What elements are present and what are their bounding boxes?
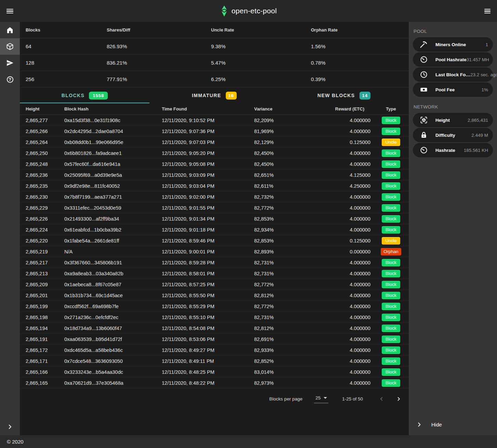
cell-reward: 4.000000 [315,315,373,320]
cell-height: 2,865,224 [20,227,64,233]
tab-new-blocks[interactable]: NEW BLOCKS 14 [279,88,409,103]
prev-page-button[interactable] [377,395,385,403]
cell-reward: 4.000000 [315,282,373,287]
stat-miners-online: Miners Online 1 [413,37,493,52]
type-chip: Block [382,182,400,190]
cell-variance: 82,611% [254,183,315,189]
tab-count-badge: 14 [359,92,370,100]
stat-value: 185.561 KH [464,148,488,153]
type-chip: Uncle [382,139,400,146]
cell-block-hash: 0xb08dd0b1...99e066d95e [64,140,162,145]
cell-time-found: 12/11/2020, 8:58:01 PM [162,271,254,276]
cell-block-hash: 0x1fabe54a...2661de81ff [64,238,162,243]
type-chip: Block [382,204,400,212]
cell-height: 2,865,199 [20,304,64,309]
cell-reward: 4.125000 [315,172,373,178]
cell-height: 2,865,172 [20,347,64,353]
cell-block-hash: 0x7cdce548...3636093050 [64,358,162,364]
cell-type: Block [373,226,409,234]
pool-section-title: POOL [409,22,497,37]
cell-variance: 82,450% [254,150,315,156]
stat-last-block-found: Last Block Fo… 23.2 sec. ago [413,67,493,82]
cell-variance: 82,934% [254,227,315,233]
cell-variance: 82,852% [254,358,315,364]
cell-type: Block [373,117,409,124]
cell-type: Block [373,346,409,354]
cell-time-found: 12/11/2020, 9:05:08 PM [162,161,254,167]
hide-sidebar-button[interactable]: Hide [409,416,497,433]
cell-block-hash: 0x18d734a9...13b6060f47 [64,326,162,331]
gauge-icon [420,146,428,154]
type-chip: Orphan [381,248,401,255]
cell-reward: 4.000000 [315,369,373,375]
cell-time-found: 12/11/2020, 8:54:08 PM [162,326,254,331]
luck-orphan: 0.78% [305,60,409,66]
stat-value: 1% [481,87,488,92]
cell-height: 2,865,198 [20,315,64,320]
cell-block-hash: 0xaa063539...b95d41d72f [64,337,162,342]
gauge-icon [420,55,428,64]
type-chip: Block [382,193,400,201]
cell-reward: 4.000000 [315,118,373,123]
cell-height: 2,865,264 [20,140,64,145]
nav-help[interactable]: ? [0,71,20,88]
cell-height: 2,865,266 [20,129,64,134]
tab-immature[interactable]: IMMATURE 16 [149,88,279,103]
cell-time-found: 12/11/2020, 8:55:10 PM [162,315,254,320]
cell-height: 2,865,219 [20,249,64,254]
menu-icon[interactable] [6,9,13,13]
cell-reward: 4.000000 [315,304,373,309]
col-type: Type [373,106,409,111]
cell-block-hash: 0xa70621d9...37e305468a [64,380,162,386]
right-menu-icon[interactable] [484,9,491,13]
cell-block-hash: 0x271a236c...0efcfdf2ec [64,315,162,320]
cell-type: Block [373,325,409,332]
nav-home[interactable] [0,22,20,38]
nav-blocks[interactable] [0,38,20,55]
cell-variance: 82,933% [254,347,315,353]
clock-icon [420,70,428,79]
stat-label: Height [435,118,450,123]
cell-height: 2,865,165 [20,380,64,386]
cell-reward: 0.000000 [315,249,373,254]
type-chip: Block [382,160,400,168]
cell-type: Block [373,182,409,190]
tab-blocks[interactable]: BLOCKS 1558 [20,88,149,103]
luck-orphan: 1.56% [305,43,409,49]
app-window: open-etc-pool ? [0,0,497,448]
cell-block-hash: 0x9df2e98e...811fc40052 [64,183,162,189]
col-orphan-rate: Orphan Rate [305,27,409,32]
next-page-button[interactable] [394,395,403,403]
cell-variance: 82,651% [254,172,315,178]
table-row: 2,865,171 0x7cdce548...3636093050 12/11/… [20,356,409,367]
table-row: 2,865,235 0x9df2e98e...811fc40052 12/11/… [20,181,409,192]
page-size-select[interactable]: 25 [314,395,328,403]
cell-type: Block [373,204,409,212]
table-row: 2,865,166 0x3233243e...b5a4aa30dc 12/11/… [20,367,409,378]
cell-variance: 82,772% [254,282,315,287]
cell-variance: 82,129% [254,140,315,145]
cell-type: Block [373,171,409,179]
luck-uncle: 5.47% [205,60,305,66]
table-row: 2,865,199 0xccdf562f...69a698b7fe 12/11/… [20,301,409,312]
type-chip: Block [382,117,400,124]
type-chip: Block [382,128,400,135]
cell-block-hash: 0x2dc4295d...2dae0a8704 [64,129,162,134]
cell-height: 2,865,250 [20,150,64,156]
table-row: 2,865,277 0xa15d3f38...0e31f1908c 12/11/… [20,115,409,126]
cell-variance: 82,812% [254,293,315,298]
nav-payments[interactable] [0,55,20,71]
cell-variance: 82,853% [254,238,315,243]
table-row: 2,865,266 0x2dc4295d...2dae0a8704 12/11/… [20,126,409,137]
stat-value: 31.457 MH [467,57,489,62]
cell-variance: 82,893% [254,249,315,254]
cell-time-found: 12/11/2020, 9:03:04 PM [162,183,254,189]
cell-time-found: 12/11/2020, 9:02:00 PM [162,194,254,200]
rail-expand-button[interactable] [0,424,20,430]
type-chip: Block [382,303,400,310]
tab-count-badge: 16 [226,92,237,100]
cell-reward: 0.125000 [315,238,373,243]
cell-time-found: 12/11/2020, 8:55:29 PM [162,304,254,309]
type-chip: Block [382,314,400,321]
table-row: 2,865,229 0x3311efec...20453d0e59 12/11/… [20,202,409,213]
